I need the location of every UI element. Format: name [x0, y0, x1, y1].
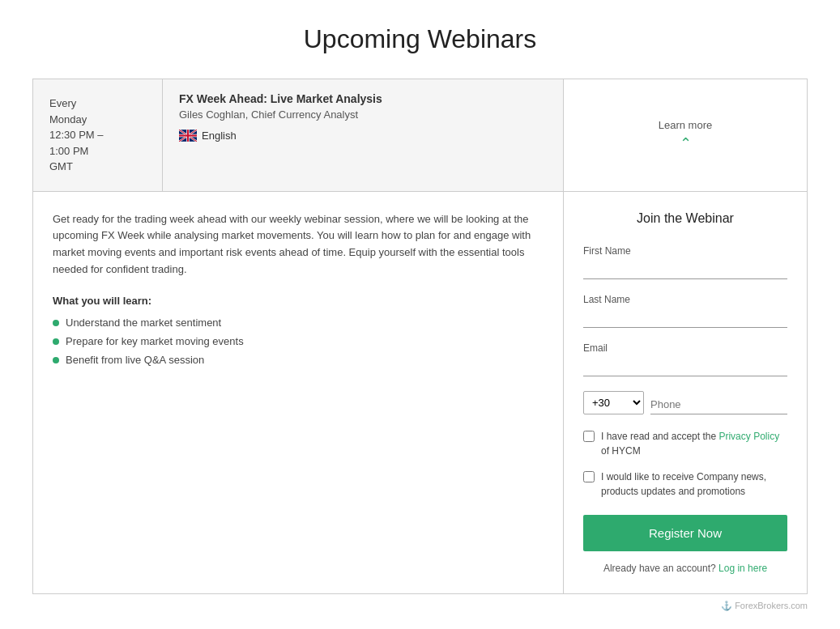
watermark-icon: ⚓ [721, 601, 732, 610]
learn-more-text: Learn more [659, 119, 712, 131]
chevron-up-icon: ⌃ [680, 136, 692, 151]
promotions-checkbox[interactable] [583, 471, 595, 482]
login-link[interactable]: Log in here [718, 563, 767, 574]
first-name-input[interactable] [583, 260, 787, 279]
learn-more-cell[interactable]: Learn more ⌃ [564, 79, 807, 191]
bullet-icon [53, 357, 59, 363]
promotions-group: I would like to receive Company news, pr… [583, 470, 787, 499]
schedule-cell: Every Monday 12:30 PM – 1:00 PM GMT [33, 79, 163, 191]
last-name-input[interactable] [583, 308, 787, 328]
first-name-label: First Name [583, 245, 787, 257]
watermark-text: ForexBrokers.com [735, 601, 808, 610]
form-title: Join the Webinar [583, 211, 787, 226]
uk-flag-icon [179, 129, 197, 142]
bullet-icon [53, 320, 59, 326]
schedule-line3: 12:30 PM – [49, 129, 104, 141]
description-text: Get ready for the trading week ahead wit… [53, 211, 544, 278]
schedule-line4: 1:00 PM [49, 145, 88, 157]
login-text: Already have an account? Log in here [583, 563, 787, 574]
list-item: Understand the market sentiment [53, 317, 544, 329]
phone-row: +30 +1 +44 +49 +33 [583, 391, 787, 414]
footer-watermark: ⚓ ForexBrokers.com [32, 601, 808, 611]
description-cell: Get ready for the trading week ahead wit… [33, 192, 564, 593]
analyst-name: Giles Coghlan, Chief Currency Analyst [179, 108, 547, 121]
privacy-policy-checkbox[interactable] [583, 431, 595, 442]
phone-input[interactable] [650, 395, 787, 414]
what-you-learn-label: What you will learn: [53, 295, 544, 307]
form-cell: Join the Webinar First Name Last Name Em… [564, 192, 807, 593]
first-name-group: First Name [583, 245, 787, 279]
schedule-line1: Every [49, 97, 76, 109]
bottom-row: Get ready for the trading week ahead wit… [33, 192, 807, 593]
language-row: English [179, 129, 547, 142]
schedule-line2: Monday [49, 113, 87, 125]
top-row: Every Monday 12:30 PM – 1:00 PM GMT FX W… [33, 79, 807, 192]
email-group: Email [583, 342, 787, 376]
learn-item-3: Benefit from live Q&A session [66, 354, 204, 366]
learn-item-2: Prepare for key market moving events [66, 335, 244, 347]
privacy-policy-link[interactable]: Privacy Policy [718, 431, 779, 442]
info-cell: FX Week Ahead: Live Market Analysis Gile… [163, 79, 564, 191]
language-label: English [202, 130, 237, 142]
page-wrapper: Upcoming Webinars Every Monday 12:30 PM … [0, 0, 840, 629]
bullet-icon [53, 338, 59, 345]
webinar-title: FX Week Ahead: Live Market Analysis [179, 92, 547, 105]
privacy-policy-group: I have read and accept the Privacy Polic… [583, 429, 787, 458]
email-input[interactable] [583, 357, 787, 376]
register-button[interactable]: Register Now [583, 515, 787, 551]
learn-item-1: Understand the market sentiment [66, 317, 221, 329]
main-table: Every Monday 12:30 PM – 1:00 PM GMT FX W… [32, 79, 808, 594]
promotions-label: I would like to receive Company news, pr… [601, 470, 787, 499]
schedule-line5: GMT [49, 160, 73, 172]
list-item: Prepare for key market moving events [53, 335, 544, 347]
privacy-policy-label: I have read and accept the Privacy Polic… [601, 429, 787, 458]
email-label: Email [583, 342, 787, 354]
phone-code-select[interactable]: +30 +1 +44 +49 +33 [583, 391, 644, 414]
list-item: Benefit from live Q&A session [53, 354, 544, 366]
last-name-label: Last Name [583, 294, 787, 305]
learn-list: Understand the market sentiment Prepare … [53, 317, 544, 366]
last-name-group: Last Name [583, 294, 787, 328]
page-title: Upcoming Webinars [32, 24, 808, 54]
